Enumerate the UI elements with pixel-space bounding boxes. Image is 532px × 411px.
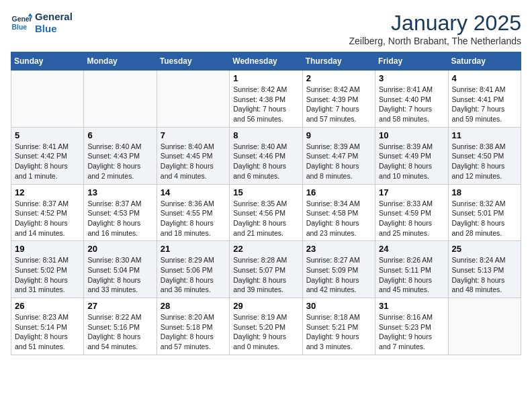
day-cell: 16Sunrise: 8:34 AM Sunset: 4:58 PM Dayli… xyxy=(302,184,375,241)
day-info: Sunrise: 8:26 AM Sunset: 5:11 PM Dayligh… xyxy=(379,255,444,295)
day-cell: 9Sunrise: 8:39 AM Sunset: 4:47 PM Daylig… xyxy=(302,127,375,184)
day-number: 7 xyxy=(161,130,226,140)
day-cell: 26Sunrise: 8:23 AM Sunset: 5:14 PM Dayli… xyxy=(11,298,84,355)
day-info: Sunrise: 8:42 AM Sunset: 4:39 PM Dayligh… xyxy=(306,85,371,124)
day-cell xyxy=(157,71,229,128)
day-number: 14 xyxy=(161,187,226,197)
calendar-table: SundayMondayTuesdayWednesdayThursdayFrid… xyxy=(11,52,521,355)
day-cell: 15Sunrise: 8:35 AM Sunset: 4:56 PM Dayli… xyxy=(230,184,302,241)
day-info: Sunrise: 8:33 AM Sunset: 4:59 PM Dayligh… xyxy=(379,199,444,238)
header-cell-monday: Monday xyxy=(84,52,157,71)
day-number: 25 xyxy=(452,244,517,254)
day-cell: 23Sunrise: 8:27 AM Sunset: 5:09 PM Dayli… xyxy=(302,241,375,298)
calendar-body: 1Sunrise: 8:42 AM Sunset: 4:38 PM Daylig… xyxy=(11,71,521,355)
day-cell: 4Sunrise: 8:41 AM Sunset: 4:41 PM Daylig… xyxy=(448,71,521,128)
day-info: Sunrise: 8:31 AM Sunset: 5:02 PM Dayligh… xyxy=(15,255,80,295)
day-number: 21 xyxy=(161,244,226,254)
week-row-4: 19Sunrise: 8:31 AM Sunset: 5:02 PM Dayli… xyxy=(11,241,521,298)
day-cell: 27Sunrise: 8:22 AM Sunset: 5:16 PM Dayli… xyxy=(84,298,157,355)
logo: General Blue General Blue xyxy=(11,11,73,35)
day-info: Sunrise: 8:42 AM Sunset: 4:38 PM Dayligh… xyxy=(233,85,298,124)
day-cell: 28Sunrise: 8:20 AM Sunset: 5:18 PM Dayli… xyxy=(157,298,229,355)
header: General Blue General Blue January 2025 Z… xyxy=(11,11,521,46)
day-cell: 14Sunrise: 8:36 AM Sunset: 4:55 PM Dayli… xyxy=(157,184,229,241)
day-cell: 20Sunrise: 8:30 AM Sunset: 5:04 PM Dayli… xyxy=(84,241,157,298)
day-cell: 12Sunrise: 8:37 AM Sunset: 4:52 PM Dayli… xyxy=(11,184,84,241)
day-info: Sunrise: 8:20 AM Sunset: 5:18 PM Dayligh… xyxy=(161,312,226,352)
day-cell: 18Sunrise: 8:32 AM Sunset: 5:01 PM Dayli… xyxy=(448,184,521,241)
day-cell: 17Sunrise: 8:33 AM Sunset: 4:59 PM Dayli… xyxy=(375,184,448,241)
day-cell xyxy=(448,298,521,355)
day-info: Sunrise: 8:40 AM Sunset: 4:45 PM Dayligh… xyxy=(161,142,226,181)
day-number: 1 xyxy=(233,73,298,83)
day-info: Sunrise: 8:27 AM Sunset: 5:09 PM Dayligh… xyxy=(306,255,371,295)
day-number: 20 xyxy=(87,244,152,254)
header-cell-tuesday: Tuesday xyxy=(157,52,229,71)
week-row-1: 1Sunrise: 8:42 AM Sunset: 4:38 PM Daylig… xyxy=(11,71,521,128)
day-number: 9 xyxy=(306,130,371,140)
day-cell: 31Sunrise: 8:16 AM Sunset: 5:23 PM Dayli… xyxy=(375,298,448,355)
day-cell: 13Sunrise: 8:37 AM Sunset: 4:53 PM Dayli… xyxy=(84,184,157,241)
day-info: Sunrise: 8:40 AM Sunset: 4:46 PM Dayligh… xyxy=(233,142,298,181)
header-cell-saturday: Saturday xyxy=(448,52,521,71)
logo-general-text: General xyxy=(35,11,73,23)
day-cell xyxy=(84,71,157,128)
header-row: SundayMondayTuesdayWednesdayThursdayFrid… xyxy=(11,52,521,71)
day-cell: 19Sunrise: 8:31 AM Sunset: 5:02 PM Dayli… xyxy=(11,241,84,298)
day-info: Sunrise: 8:30 AM Sunset: 5:04 PM Dayligh… xyxy=(87,255,152,295)
day-number: 24 xyxy=(379,244,444,254)
calendar-header: SundayMondayTuesdayWednesdayThursdayFrid… xyxy=(11,52,521,71)
day-info: Sunrise: 8:41 AM Sunset: 4:41 PM Dayligh… xyxy=(452,85,517,124)
day-info: Sunrise: 8:35 AM Sunset: 4:56 PM Dayligh… xyxy=(233,199,298,238)
day-cell: 21Sunrise: 8:29 AM Sunset: 5:06 PM Dayli… xyxy=(157,241,229,298)
day-number: 6 xyxy=(87,130,152,140)
day-info: Sunrise: 8:37 AM Sunset: 4:53 PM Dayligh… xyxy=(87,199,152,238)
day-cell xyxy=(11,71,84,128)
day-number: 5 xyxy=(15,130,80,140)
day-info: Sunrise: 8:36 AM Sunset: 4:55 PM Dayligh… xyxy=(161,199,226,238)
day-number: 10 xyxy=(379,130,444,140)
day-number: 13 xyxy=(87,187,152,197)
day-info: Sunrise: 8:39 AM Sunset: 4:47 PM Dayligh… xyxy=(306,142,371,181)
header-cell-thursday: Thursday xyxy=(302,52,375,71)
day-cell: 5Sunrise: 8:41 AM Sunset: 4:42 PM Daylig… xyxy=(11,127,84,184)
day-number: 3 xyxy=(379,73,444,83)
day-number: 11 xyxy=(452,130,517,140)
day-info: Sunrise: 8:23 AM Sunset: 5:14 PM Dayligh… xyxy=(15,312,80,352)
day-number: 27 xyxy=(87,301,152,311)
day-cell: 1Sunrise: 8:42 AM Sunset: 4:38 PM Daylig… xyxy=(230,71,302,128)
day-info: Sunrise: 8:39 AM Sunset: 4:49 PM Dayligh… xyxy=(379,142,444,181)
day-number: 31 xyxy=(379,301,444,311)
day-cell: 3Sunrise: 8:41 AM Sunset: 4:40 PM Daylig… xyxy=(375,71,448,128)
calendar-subtitle: Zeilberg, North Brabant, The Netherlands xyxy=(349,36,521,46)
day-number: 16 xyxy=(306,187,371,197)
day-info: Sunrise: 8:16 AM Sunset: 5:23 PM Dayligh… xyxy=(379,312,444,352)
week-row-5: 26Sunrise: 8:23 AM Sunset: 5:14 PM Dayli… xyxy=(11,298,521,355)
day-number: 4 xyxy=(452,73,517,83)
day-number: 29 xyxy=(233,301,298,311)
svg-text:General: General xyxy=(12,15,32,23)
day-number: 22 xyxy=(233,244,298,254)
day-number: 23 xyxy=(306,244,371,254)
day-cell: 24Sunrise: 8:26 AM Sunset: 5:11 PM Dayli… xyxy=(375,241,448,298)
day-number: 8 xyxy=(233,130,298,140)
logo-icon: General Blue xyxy=(11,12,32,34)
day-cell: 10Sunrise: 8:39 AM Sunset: 4:49 PM Dayli… xyxy=(375,127,448,184)
day-info: Sunrise: 8:24 AM Sunset: 5:13 PM Dayligh… xyxy=(452,255,517,295)
day-info: Sunrise: 8:40 AM Sunset: 4:43 PM Dayligh… xyxy=(87,142,152,181)
day-cell: 2Sunrise: 8:42 AM Sunset: 4:39 PM Daylig… xyxy=(302,71,375,128)
day-info: Sunrise: 8:28 AM Sunset: 5:07 PM Dayligh… xyxy=(233,255,298,295)
header-cell-friday: Friday xyxy=(375,52,448,71)
day-cell: 11Sunrise: 8:38 AM Sunset: 4:50 PM Dayli… xyxy=(448,127,521,184)
day-cell: 6Sunrise: 8:40 AM Sunset: 4:43 PM Daylig… xyxy=(84,127,157,184)
day-number: 19 xyxy=(15,244,80,254)
day-info: Sunrise: 8:29 AM Sunset: 5:06 PM Dayligh… xyxy=(161,255,226,295)
calendar-title: January 2025 xyxy=(349,11,521,36)
day-info: Sunrise: 8:18 AM Sunset: 5:21 PM Dayligh… xyxy=(306,312,371,352)
day-number: 26 xyxy=(15,301,80,311)
day-info: Sunrise: 8:19 AM Sunset: 5:20 PM Dayligh… xyxy=(233,312,298,352)
day-number: 18 xyxy=(452,187,517,197)
title-area: January 2025 Zeilberg, North Brabant, Th… xyxy=(349,11,521,46)
header-cell-sunday: Sunday xyxy=(11,52,84,71)
day-info: Sunrise: 8:38 AM Sunset: 4:50 PM Dayligh… xyxy=(452,142,517,181)
